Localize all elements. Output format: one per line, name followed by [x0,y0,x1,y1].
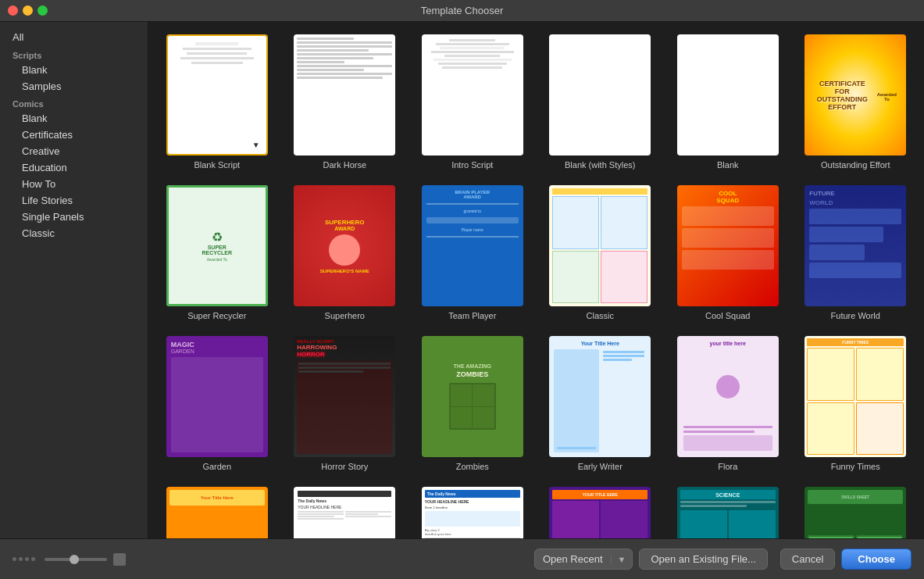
template-label-zombies: Zombies [456,462,489,471]
sidebar-header-comics: Comics [0,95,148,110]
template-thumbnail-newspaper-classic: The Daily News YOUR HEADLINE HERE [294,487,395,538]
minimize-button[interactable] [23,5,33,16]
template-label-blank-with-styles: Blank (with Styles) [565,160,635,170]
template-intro-script[interactable]: Intro Script [416,34,529,170]
template-team-player[interactable]: BRAIN PLAYERAWARD granted to Player name… [416,185,529,320]
template-horror-story[interactable]: REALLY SCARY! HARROWING HORROR Horror St… [289,336,401,471]
template-thumbnail-mesa: Your Title Here [166,487,268,538]
template-thumbnail-zombies: THE AMAZING ZOMBIES [422,336,523,457]
sidebar-item-comics-education[interactable]: Education [0,159,148,176]
template-label-future-world: Future World [831,311,880,320]
zoom-thumb[interactable] [70,555,79,564]
template-early-writer[interactable]: Your Title Here Ea [544,336,657,471]
template-newspaper-classic[interactable]: The Daily News YOUR HEADLINE HERE [289,487,401,538]
template-thumbnail-blank [677,34,779,155]
template-funny-times[interactable]: FUNNY TIMES Funny Times [800,336,912,471]
zoom-dot [12,557,16,561]
close-button[interactable] [8,5,18,16]
template-thumbnail-blank-with-styles [549,34,651,155]
content-area: ▼ Blank Script [148,22,924,538]
template-flora[interactable]: your title here Flora [672,336,784,471]
template-thumbnail-early-writer: Your Title Here [549,336,651,457]
template-label-horror-story: Horror Story [321,462,368,471]
outstanding-content: CERTIFICATE FOROUTSTANDINGEFFORT Awarded… [804,34,906,155]
template-thumbnail-cool-squad: COOLSQUAD [677,185,779,306]
zoom-slider[interactable] [45,558,107,561]
template-thumbnail-flora: your title here [677,336,779,457]
template-label-early-writer: Early Writer [578,462,623,471]
zoom-dot [25,557,29,561]
template-label-outstanding-effort: Outstanding Effort [821,160,890,170]
sidebar-item-comics-creative[interactable]: Creative [0,143,148,159]
cancel-button[interactable]: Cancel [780,549,835,570]
template-thumbnail-retro: YOUR TITLE HERE [549,487,651,538]
template-zombies[interactable]: THE AMAZING ZOMBIES Zombies [416,336,529,471]
template-outstanding-effort[interactable]: CERTIFICATE FOROUTSTANDINGEFFORT Awarded… [800,34,912,170]
template-classic[interactable]: Classic [544,185,657,320]
templates-grid: ▼ Blank Script [161,34,912,538]
sidebar-item-comics-singlepanels[interactable]: Single Panels [0,209,148,225]
template-thumbnail-super-recycler: ♻ SUPERRECYCLER Awarded To [166,185,268,306]
template-label-blank: Blank [717,160,739,170]
zoom-controls [12,557,35,561]
template-thumbnail-science-report: SCIENCE [677,487,779,538]
template-thumbnail-future-world: FUTURE WORLD [804,185,906,306]
template-future-world[interactable]: FUTURE WORLD Future World [800,185,912,320]
choose-button[interactable]: Choose [841,549,912,570]
template-label-team-player: Team Player [448,311,496,320]
zoom-dot [31,557,35,561]
title-bar: Template Chooser [0,0,924,22]
sidebar-header-scripts: Scripts [0,46,148,62]
template-label-intro-script: Intro Script [451,160,493,170]
template-thumbnail-garden: MAGIC GARDEN [166,336,268,457]
sidebar: All Scripts Blank Samples Comics Blank C… [0,22,148,538]
maximize-button[interactable] [37,5,48,16]
template-dark-horse[interactable]: Dark Horse [289,34,401,170]
window-title: Template Chooser [421,5,504,16]
template-blank-script[interactable]: ▼ Blank Script [161,34,273,170]
template-mesa[interactable]: Your Title Here Mesa [161,487,273,538]
template-skills-sheet[interactable]: SKILLS SHEET Skills [800,487,912,538]
window-controls[interactable] [8,5,48,16]
sidebar-item-comics-classic[interactable]: Classic [0,225,148,241]
template-thumbnail-newspaper-modern: The Daily News YOUR HEADLINE HERE Store … [422,487,523,538]
sidebar-item-comics-lifestories[interactable]: Life Stories [0,192,148,209]
template-label-classic: Classic [587,311,614,320]
template-label-flora: Flora [718,462,737,471]
template-blank[interactable]: Blank [672,34,784,170]
sidebar-item-scripts-blank[interactable]: Blank [0,62,148,78]
zoom-dot [19,557,23,561]
zoom-grid-icon [113,553,126,566]
template-label-cool-squad: Cool Squad [705,311,751,320]
template-label-garden: Garden [202,462,231,471]
template-label-blank-script: Blank Script [194,160,240,170]
template-super-recycler[interactable]: ♻ SUPERRECYCLER Awarded To Super Recycle… [161,185,273,320]
template-blank-with-styles[interactable]: Blank (with Styles) [544,34,657,170]
template-thumbnail-skills-sheet: SKILLS SHEET [804,487,906,538]
template-thumbnail-blank-script: ▼ [166,34,268,155]
template-thumbnail-horror-story: REALLY SCARY! HARROWING HORROR [294,336,395,457]
sidebar-item-comics-certificates[interactable]: Certificates [0,127,148,143]
template-retro[interactable]: YOUR TITLE HERE [544,487,657,538]
sidebar-item-comics-howto[interactable]: How To [0,176,148,192]
template-superhero[interactable]: SUPERHERO AWARD SUPERHERO'S NAME Superhe… [289,185,401,320]
template-label-dark-horse: Dark Horse [323,160,366,170]
sidebar-item-comics-blank[interactable]: Blank [0,110,148,127]
template-label-funny-times: Funny Times [831,462,880,471]
dropdown-arrow-icon[interactable]: ▼ [611,555,633,564]
template-garden[interactable]: MAGIC GARDEN Garden [161,336,273,471]
open-existing-button[interactable]: Open an Existing File... [639,549,767,570]
open-recent-button[interactable]: Open Recent ▼ [534,549,633,570]
template-thumbnail-team-player: BRAIN PLAYERAWARD granted to Player name [422,185,523,306]
template-thumbnail-funny-times: FUNNY TIMES [804,336,906,457]
main-area: All Scripts Blank Samples Comics Blank C… [0,22,924,538]
sidebar-item-all[interactable]: All [0,28,148,46]
template-science-report[interactable]: SCIENCE Science Report [672,487,784,538]
template-label-super-recycler: Super Recycler [187,311,246,320]
sidebar-item-scripts-samples[interactable]: Samples [0,78,148,95]
recycler-icon: ♻ [212,230,223,245]
template-newspaper-modern[interactable]: The Daily News YOUR HEADLINE HERE Store … [416,487,529,538]
open-recent-label: Open Recent [535,553,611,565]
template-cool-squad[interactable]: COOLSQUAD Cool Squad [672,185,784,320]
template-thumbnail-superhero: SUPERHERO AWARD SUPERHERO'S NAME [294,185,395,306]
